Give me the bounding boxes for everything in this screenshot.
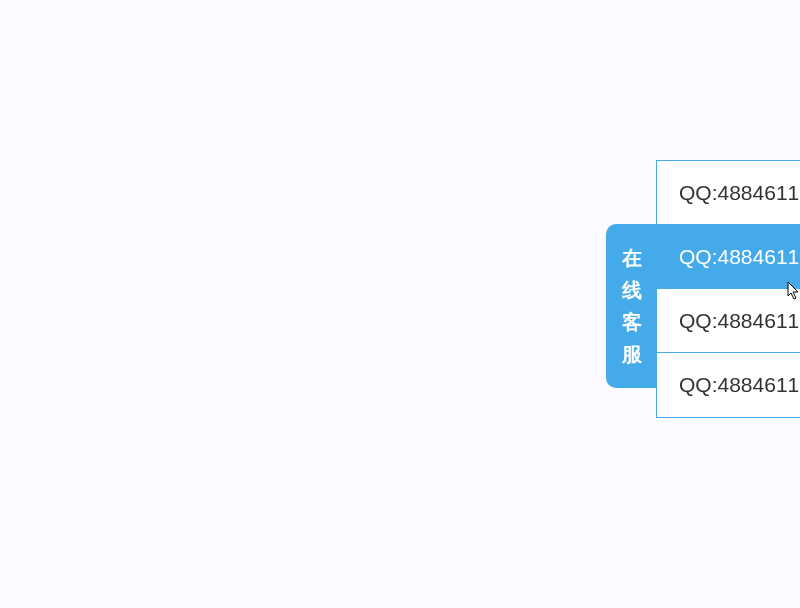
tab-char: 服 xyxy=(622,338,642,370)
customer-service-widget: 在 线 客 服 QQ:488461100 QQ:488461100 QQ:488… xyxy=(606,160,800,418)
tab-char: 线 xyxy=(622,274,642,306)
contact-item[interactable]: QQ:488461100 xyxy=(657,161,800,225)
contact-item[interactable]: QQ:488461100 xyxy=(657,289,800,353)
contact-item[interactable]: QQ:488461100 xyxy=(657,225,800,289)
tab-char: 客 xyxy=(622,306,642,338)
tab-char: 在 xyxy=(622,242,642,274)
contact-item[interactable]: QQ:488461100 xyxy=(657,353,800,417)
contact-list: QQ:488461100 QQ:488461100 QQ:488461100 Q… xyxy=(656,160,800,418)
service-tab[interactable]: 在 线 客 服 xyxy=(606,224,656,388)
